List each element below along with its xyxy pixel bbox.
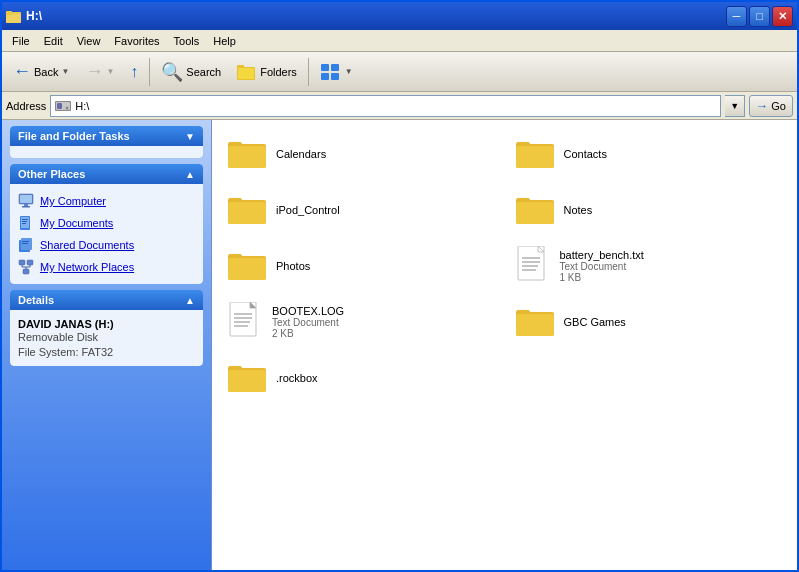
my-computer-label: My Computer [40, 195, 106, 207]
drive-icon [55, 99, 71, 113]
file-name: GBC Games [564, 316, 626, 328]
file-info: battery_bench.txt Text Document 1 KB [560, 249, 644, 283]
other-places-network[interactable]: My Network Places [14, 256, 199, 278]
list-item[interactable]: .rockbox [222, 354, 500, 402]
list-item[interactable]: Contacts [510, 130, 788, 178]
details-header[interactable]: Details ▲ [10, 290, 203, 310]
svg-point-13 [66, 106, 69, 109]
forward-dropdown-icon[interactable]: ▼ [106, 67, 114, 76]
file-sub2: 1 KB [560, 272, 644, 283]
list-item[interactable]: battery_bench.txt Text Document 1 KB [510, 242, 788, 290]
views-button[interactable]: ▼ [313, 56, 360, 88]
maximize-button[interactable]: □ [749, 6, 770, 27]
close-button[interactable]: ✕ [772, 6, 793, 27]
svg-rect-22 [22, 223, 26, 224]
list-item[interactable]: Photos [222, 242, 500, 290]
minimize-button[interactable]: ─ [726, 6, 747, 27]
file-name: Contacts [564, 148, 607, 160]
views-dropdown-icon[interactable]: ▼ [345, 67, 353, 76]
svg-rect-65 [516, 314, 554, 336]
list-item[interactable]: Calendars [222, 130, 500, 178]
up-arrow-icon: ↑ [130, 63, 138, 81]
title-bar-text: H:\ [26, 9, 42, 23]
my-documents-label: My Documents [40, 217, 113, 229]
folder-icon [516, 306, 556, 338]
other-places-header[interactable]: Other Places ▲ [10, 164, 203, 184]
views-icon [320, 63, 342, 81]
file-folder-tasks-label: File and Folder Tasks [18, 130, 130, 142]
menu-item-view[interactable]: View [71, 33, 107, 49]
svg-rect-15 [20, 195, 32, 203]
other-places-shared-documents[interactable]: Shared Documents [14, 234, 199, 256]
menu-item-file[interactable]: File [6, 33, 36, 49]
list-item[interactable]: GBC Games [510, 298, 788, 346]
svg-rect-8 [321, 73, 329, 80]
menu-item-favorites[interactable]: Favorites [108, 33, 165, 49]
back-button[interactable]: ← Back ▼ [6, 56, 76, 88]
details-chevron: ▲ [185, 295, 195, 306]
menu-item-edit[interactable]: Edit [38, 33, 69, 49]
folders-button[interactable]: Folders [230, 56, 304, 88]
svg-rect-6 [321, 64, 329, 71]
file-folder-tasks-section: File and Folder Tasks ▼ [10, 126, 203, 158]
svg-rect-27 [19, 260, 25, 265]
details-title: DAVID JANAS (H:) [18, 318, 195, 330]
folder-icon [228, 194, 268, 226]
search-label: Search [186, 66, 221, 78]
other-places-my-documents[interactable]: My Documents [14, 212, 199, 234]
other-places-body: My Computer My Documents [10, 184, 203, 284]
svg-rect-39 [516, 146, 554, 168]
shared-documents-label: Shared Documents [40, 239, 134, 251]
svg-rect-1 [6, 14, 21, 23]
menu-item-help[interactable]: Help [207, 33, 242, 49]
list-item[interactable]: Notes [510, 186, 788, 234]
toolbar-separator-1 [149, 58, 150, 86]
svg-rect-2 [6, 11, 12, 15]
file-name: battery_bench.txt [560, 249, 644, 261]
file-area: Calendars Contacts [212, 120, 797, 572]
svg-rect-16 [24, 204, 28, 206]
other-places-chevron: ▲ [185, 169, 195, 180]
title-bar-buttons[interactable]: ─ □ ✕ [726, 6, 793, 27]
title-bar-left: H:\ [6, 8, 42, 24]
network-label: My Network Places [40, 261, 134, 273]
computer-icon [18, 193, 34, 209]
go-arrow-icon: → [756, 99, 768, 113]
details-label: Details [18, 294, 54, 306]
file-folder-tasks-header[interactable]: File and Folder Tasks ▼ [10, 126, 203, 146]
details-subtitle: Removable Disk [18, 331, 195, 343]
address-dropdown[interactable]: ▼ [725, 95, 745, 117]
left-panel: File and Folder Tasks ▼ Other Places ▲ [2, 120, 212, 572]
svg-rect-7 [331, 64, 339, 71]
folder-icon [228, 362, 268, 394]
file-folder-tasks-body [10, 146, 203, 158]
svg-rect-17 [22, 206, 30, 208]
address-bar: Address H:\ ▼ → Go [2, 92, 797, 120]
go-button[interactable]: → Go [749, 95, 793, 117]
network-icon [18, 259, 34, 275]
go-label: Go [771, 100, 786, 112]
list-item[interactable]: iPod_Control [222, 186, 500, 234]
other-places-my-computer[interactable]: My Computer [14, 190, 199, 212]
svg-rect-28 [27, 260, 33, 265]
forward-button[interactable]: → ▼ [78, 56, 121, 88]
svg-rect-29 [23, 269, 29, 274]
folder-icon [516, 194, 556, 226]
file-name: .rockbox [276, 372, 318, 384]
menu-bar: FileEditViewFavoritesToolsHelp [2, 30, 797, 52]
list-item[interactable]: BOOTEX.LOG Text Document 2 KB [222, 298, 500, 346]
file-name: iPod_Control [276, 204, 340, 216]
svg-rect-48 [228, 258, 266, 280]
shared-documents-icon [18, 237, 34, 253]
menu-item-tools[interactable]: Tools [168, 33, 206, 49]
details-info: File System: FAT32 [18, 346, 195, 358]
search-button[interactable]: 🔍 Search [154, 56, 228, 88]
address-input-wrap[interactable]: H:\ [50, 95, 721, 117]
titlebar-icon [6, 8, 22, 24]
back-dropdown-icon[interactable]: ▼ [61, 67, 69, 76]
search-icon: 🔍 [161, 61, 183, 83]
up-button[interactable]: ↑ [123, 56, 145, 88]
svg-rect-45 [516, 202, 554, 224]
file-info: BOOTEX.LOG Text Document 2 KB [272, 305, 344, 339]
back-label: Back [34, 66, 58, 78]
